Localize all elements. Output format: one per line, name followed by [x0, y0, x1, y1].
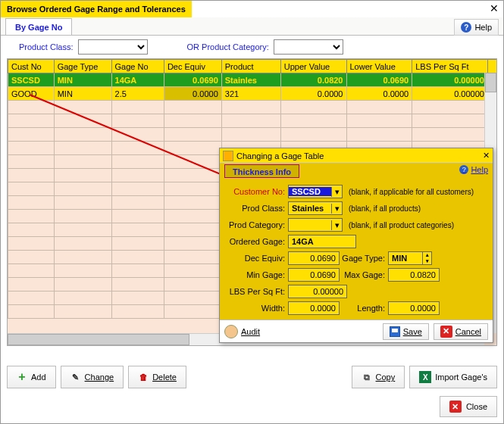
- dec-equiv-label: Dec Equiv:: [226, 254, 288, 263]
- pencil-icon: ✎: [70, 372, 81, 382]
- delete-button[interactable]: 🗑Delete: [128, 366, 186, 388]
- col-overflow: [487, 60, 497, 73]
- window-title: Browse Ordered Gage Range and Tolerances: [1, 1, 192, 17]
- dialog-tab-strip: Thickness Info ?Help: [220, 164, 493, 179]
- width-label: Width:: [226, 304, 288, 313]
- close-button[interactable]: ✕Close: [440, 396, 497, 417]
- spinner-down-icon[interactable]: ▾: [423, 258, 431, 264]
- product-category-select[interactable]: [274, 39, 343, 55]
- dialog-body: Customer No: SSCSD▾ (blank, if applicabl…: [220, 179, 493, 320]
- help-button[interactable]: ? Help: [454, 19, 499, 36]
- lbs-per-sq-ft-label: LBS Per Sq Ft:: [226, 287, 288, 296]
- dialog-title: Changing a Gage Table: [236, 151, 324, 161]
- tab-thickness-info[interactable]: Thickness Info: [224, 164, 299, 178]
- width-input[interactable]: [288, 301, 340, 315]
- person-icon: [224, 325, 238, 338]
- tab-by-gage-no[interactable]: By Gage No: [5, 18, 72, 35]
- cancel-icon: ✕: [440, 326, 452, 338]
- tab-strip: By Gage No ? Help: [1, 17, 503, 36]
- ordered-gage-label: Ordered Gage:: [226, 237, 288, 246]
- table-row: [8, 114, 498, 128]
- length-input[interactable]: [388, 301, 440, 315]
- gage-type-spinner[interactable]: MIN▴▾: [388, 251, 432, 265]
- customer-no-select[interactable]: SSCSD▾: [288, 185, 343, 198]
- prod-class-hint: (blank, if all products): [349, 204, 421, 213]
- excel-icon: X: [419, 371, 431, 383]
- footer: ✕Close: [440, 396, 497, 417]
- col-gage-type[interactable]: Gage Type: [54, 60, 111, 73]
- length-label: Length:: [340, 304, 388, 313]
- dialog-icon: [223, 151, 233, 161]
- save-icon: [390, 326, 400, 337]
- dialog-footer: Audit Save ✕Cancel: [220, 320, 493, 342]
- ordered-gage-value[interactable]: 14GA: [288, 235, 356, 248]
- help-icon: ?: [461, 22, 471, 33]
- col-lower-value[interactable]: Lower Value: [346, 60, 412, 73]
- customer-no-label: Customer No:: [226, 187, 288, 196]
- col-dec-equiv[interactable]: Dec Equiv: [164, 60, 221, 73]
- plus-icon: +: [17, 372, 27, 382]
- main-toolbar: +Add ✎Change 🗑Delete ⧉Copy XImport Gage'…: [7, 364, 497, 390]
- title-bar: Browse Ordered Gage Range and Tolerances…: [1, 1, 503, 17]
- cancel-button[interactable]: ✕Cancel: [434, 323, 488, 340]
- col-upper-value[interactable]: Upper Value: [280, 60, 346, 73]
- add-button[interactable]: +Add: [7, 366, 56, 388]
- product-class-label: Product Class:: [19, 42, 74, 51]
- table-row[interactable]: SSCSD MIN 14GA 0.0690 Stainles 0.0820 0.…: [8, 73, 498, 87]
- import-gages-button[interactable]: XImport Gage's: [409, 366, 497, 388]
- col-cust-no[interactable]: Cust No: [8, 60, 55, 73]
- audit-button[interactable]: Audit: [224, 325, 260, 338]
- gage-type-label: Gage Type:: [340, 254, 388, 263]
- prod-category-hint: (blank, if all product categories): [349, 221, 454, 229]
- trash-icon: 🗑: [138, 372, 149, 382]
- dialog-help-link[interactable]: ?Help: [459, 165, 488, 174]
- filter-bar: Product Class: OR Product Category:: [1, 36, 503, 58]
- col-lbs-per-sq-ft[interactable]: LBS Per Sq Ft: [412, 60, 488, 73]
- help-label: Help: [474, 23, 492, 32]
- dec-equiv-input[interactable]: [288, 251, 340, 265]
- spinner-up-icon[interactable]: ▴: [423, 252, 431, 258]
- chevron-down-icon: ▾: [331, 220, 342, 230]
- dialog-changing-gage-table: Changing a Gage Table ✕ Thickness Info ?…: [219, 148, 493, 343]
- close-icon: ✕: [449, 401, 462, 413]
- scrollbar-thumb[interactable]: [8, 334, 189, 345]
- save-button[interactable]: Save: [383, 323, 429, 340]
- prod-class-select[interactable]: Stainles▾: [288, 201, 343, 215]
- product-category-label: OR Product Category:: [187, 42, 269, 51]
- lbs-per-sq-ft-input[interactable]: [288, 285, 347, 298]
- product-class-select[interactable]: [78, 39, 148, 55]
- table-row: [8, 128, 498, 142]
- customer-hint: (blank, if applicable for all customers): [349, 188, 474, 196]
- scrollbar-thumb[interactable]: [485, 73, 496, 92]
- table-row[interactable]: GOOD MIN 2.5 0.0000 321 0.0000 0.0000 0.…: [8, 87, 498, 101]
- max-gage-label: Max Gage:: [340, 270, 388, 279]
- copy-button[interactable]: ⧉Copy: [352, 366, 405, 388]
- copy-icon: ⧉: [362, 372, 372, 382]
- chevron-down-icon: ▾: [331, 187, 342, 197]
- grid-header-row: Cust No Gage Type Gage No Dec Equiv Prod…: [8, 60, 498, 73]
- table-row: [8, 101, 498, 114]
- col-gage-no[interactable]: Gage No: [111, 60, 164, 73]
- dialog-close-icon[interactable]: ✕: [483, 151, 490, 161]
- dialog-title-bar: Changing a Gage Table ✕: [220, 148, 493, 164]
- prod-category-label: Prod Category:: [226, 220, 288, 229]
- chevron-down-icon: ▾: [331, 204, 342, 214]
- close-icon[interactable]: ✕: [490, 2, 499, 14]
- min-gage-label: Min Gage:: [226, 270, 288, 279]
- min-gage-input[interactable]: [288, 268, 340, 282]
- prod-class-label: Prod Class:: [226, 204, 288, 213]
- max-gage-input[interactable]: [388, 268, 440, 282]
- prod-category-select[interactable]: ▾: [288, 218, 343, 232]
- col-product[interactable]: Product: [221, 60, 280, 73]
- help-icon: ?: [459, 165, 468, 174]
- change-button[interactable]: ✎Change: [61, 366, 124, 388]
